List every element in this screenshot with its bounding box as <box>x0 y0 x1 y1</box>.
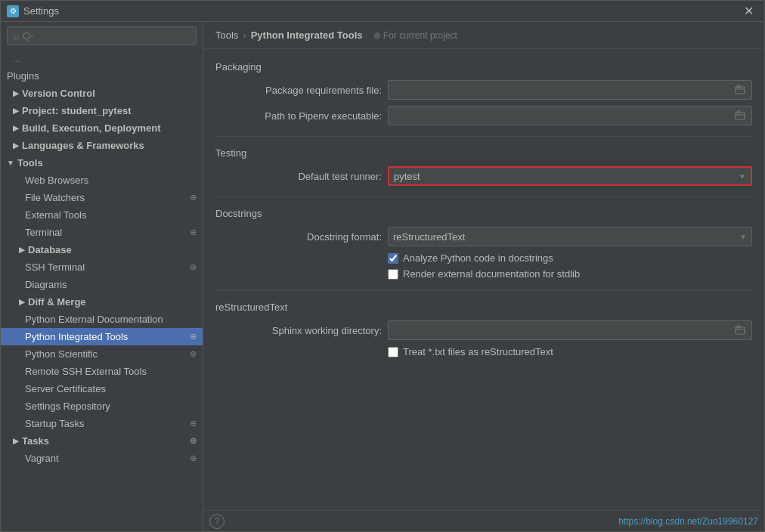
web-browsers-label: Web Browsers <box>25 175 88 186</box>
test-runner-value: pytest <box>394 171 420 182</box>
treat-txt-checkbox-row: Treat *.txt files as reStructuredText <box>215 346 752 357</box>
sphinx-dir-input-wrap <box>388 320 752 340</box>
python-ext-docs-label: Python External Documentation <box>25 314 163 325</box>
breadcrumb-current: Python Integrated Tools <box>251 29 363 41</box>
pipenv-label: Path to Pipenv executable: <box>215 110 382 122</box>
bottom-link: https://blog.csdn.net/Zuo19960127 <box>618 516 758 527</box>
sidebar-item-python-integrated-tools[interactable]: Python Integrated Tools ⊕ <box>1 328 203 345</box>
sidebar-item-remote-ssh[interactable]: Remote SSH External Tools <box>1 363 203 380</box>
sidebar-item-plugins[interactable]: Plugins <box>1 67 203 85</box>
tasks-icon: ⊕ <box>190 436 197 446</box>
packaging-title: Packaging <box>215 61 752 73</box>
sidebar-item-editor[interactable]: ... <box>1 50 203 67</box>
docstrings-title: Docstrings <box>215 208 752 219</box>
sidebar-item-external-tools[interactable]: External Tools <box>1 206 203 224</box>
sidebar-item-startup-tasks[interactable]: Startup Tasks ⊕ <box>1 415 203 432</box>
test-runner-label: Default test runner: <box>215 171 382 182</box>
arrow-icon <box>13 107 19 115</box>
startup-tasks-label: Startup Tasks <box>25 418 85 429</box>
treat-txt-checkbox-label: Treat *.txt files as reStructuredText <box>403 346 553 357</box>
sphinx-dir-input[interactable] <box>393 325 732 336</box>
terminal-icon: ⊕ <box>190 227 197 237</box>
sidebar-item-project[interactable]: Project: student_pytest <box>1 102 203 119</box>
sidebar-item-languages[interactable]: Languages & Frameworks <box>1 137 203 154</box>
sphinx-dir-label: Sphinx working directory: <box>215 325 382 336</box>
pipenv-row: Path to Pipenv executable: <box>215 106 752 125</box>
sidebar-item-server-certs[interactable]: Server Certificates <box>1 380 203 397</box>
docstring-format-value: reStructuredText <box>393 231 465 243</box>
sidebar-item-build[interactable]: Build, Execution, Deployment <box>1 119 203 137</box>
sidebar-item-terminal[interactable]: Terminal ⊕ <box>1 224 203 241</box>
sidebar-item-file-watchers[interactable]: File Watchers ⊕ <box>1 189 203 206</box>
sphinx-browse-btn[interactable] <box>732 322 748 339</box>
analyze-checkbox[interactable] <box>388 253 398 264</box>
sidebar-item-tools[interactable]: Tools <box>1 154 203 172</box>
main-panel: Tools › Python Integrated Tools ⊕ For cu… <box>203 22 764 531</box>
search-input[interactable] <box>23 30 190 42</box>
analyze-checkbox-row: Analyze Python code in docstrings <box>215 252 752 264</box>
sidebar-item-vagrant[interactable]: Vagrant ⊕ <box>1 450 203 467</box>
sidebar-item-settings-repo[interactable]: Settings Repository <box>1 397 203 415</box>
python-integrated-tools-label: Python Integrated Tools <box>25 331 128 342</box>
package-req-input-wrap <box>388 80 752 100</box>
plugins-label: Plugins <box>7 70 39 82</box>
pipenv-input[interactable] <box>393 110 732 122</box>
arrow-icon <box>13 437 19 445</box>
app-icon: ⚙ <box>7 5 19 17</box>
titlebar-title: Settings <box>23 5 59 17</box>
database-label: Database <box>28 244 72 255</box>
titlebar-left: ⚙ Settings <box>7 5 59 17</box>
breadcrumb-separator: › <box>243 29 246 41</box>
sidebar-item-version-control[interactable]: Version Control <box>1 85 203 102</box>
package-req-browse-btn[interactable] <box>732 82 748 98</box>
pipenv-browse-btn[interactable] <box>732 107 748 124</box>
arrow-icon <box>13 141 19 150</box>
sidebar-scroll: ... Plugins Version Control Project: stu… <box>1 50 203 531</box>
divider-1 <box>215 136 752 137</box>
test-runner-row: Default test runner: pytest ▼ <box>215 166 752 186</box>
package-req-row: Package requirements file: <box>215 80 752 100</box>
scientific-icon: ⊕ <box>190 349 197 359</box>
sidebar-item-web-browsers[interactable]: Web Browsers <box>1 172 203 189</box>
version-control-label: Version Control <box>22 88 95 99</box>
docstring-format-dropdown[interactable]: reStructuredText ▼ <box>388 227 752 246</box>
breadcrumb-tools: Tools <box>215 29 238 41</box>
package-req-label: Package requirements file: <box>215 85 382 96</box>
search-icon: ⌕ <box>14 30 20 42</box>
sidebar-item-ssh-terminal[interactable]: SSH Terminal ⊕ <box>1 258 203 276</box>
divider-2 <box>215 196 752 197</box>
sidebar-item-diagrams[interactable]: Diagrams <box>1 276 203 293</box>
diff-merge-label: Diff & Merge <box>28 296 86 308</box>
remote-ssh-label: Remote SSH External Tools <box>25 366 147 377</box>
analyze-checkbox-label: Analyze Python code in docstrings <box>403 252 553 264</box>
sidebar-item-tasks[interactable]: Tasks ⊕ <box>1 432 203 450</box>
vagrant-icon: ⊕ <box>190 453 197 463</box>
startup-icon: ⊕ <box>190 419 197 428</box>
sidebar: ⌕ ... Plugins Version Control <box>1 22 203 531</box>
settings-window: ⚙ Settings ✕ ⌕ ... Plugins <box>0 0 765 532</box>
sidebar-item-python-external-docs[interactable]: Python External Documentation <box>1 311 203 328</box>
titlebar: ⚙ Settings ✕ <box>1 1 764 22</box>
help-button[interactable]: ? <box>209 514 225 529</box>
main-content: ⌕ ... Plugins Version Control <box>1 22 764 531</box>
arrow-icon <box>13 89 19 97</box>
testing-title: Testing <box>215 147 752 159</box>
sidebar-item-diff-merge[interactable]: Diff & Merge <box>1 293 203 311</box>
render-checkbox-row: Render external documentation for stdlib <box>215 268 752 280</box>
breadcrumb-note: ⊕ For current project <box>373 30 457 41</box>
close-button[interactable]: ✕ <box>739 2 758 20</box>
test-runner-dropdown[interactable]: pytest ▼ <box>388 166 752 186</box>
restructuredtext-section: reStructuredText Sphinx working director… <box>215 302 752 357</box>
sidebar-item-python-scientific[interactable]: Python Scientific ⊕ <box>1 345 203 363</box>
sidebar-item-database[interactable]: Database <box>1 241 203 258</box>
project-label: Project: student_pytest <box>22 105 131 116</box>
divider-3 <box>215 290 752 291</box>
search-box[interactable]: ⌕ <box>7 26 197 45</box>
sphinx-dir-row: Sphinx working directory: <box>215 320 752 340</box>
treat-txt-checkbox[interactable] <box>388 347 398 357</box>
render-checkbox[interactable] <box>388 269 398 280</box>
languages-label: Languages & Frameworks <box>22 140 144 151</box>
package-req-input[interactable] <box>393 85 732 96</box>
python-scientific-label: Python Scientific <box>25 348 98 360</box>
render-checkbox-label: Render external documentation for stdlib <box>403 268 580 280</box>
